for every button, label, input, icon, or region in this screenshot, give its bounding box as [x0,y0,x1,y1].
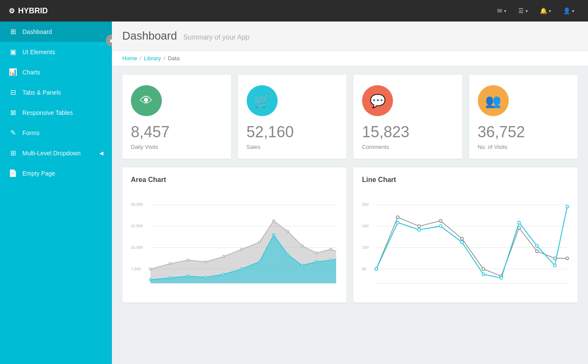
ui-elements-icon: ▣ [9,48,17,56]
sidebar-item-charts[interactable]: 📊 Charts [0,62,112,82]
gear-icon: ⚙ [9,7,15,15]
sidebar-item-multi-level[interactable]: ⊞ Multi-Level Dropdown ◀ [0,143,112,163]
svg-text:150: 150 [362,224,368,228]
sidebar-item-forms-label: Forms [22,130,40,136]
svg-point-26 [205,276,207,278]
svg-point-54 [566,257,569,260]
svg-point-14 [223,256,225,258]
mail-icon: ✉ [497,7,502,14]
forms-icon: ✎ [9,129,17,137]
mail-button[interactable]: ✉ ▾ [492,4,511,18]
svg-point-45 [396,216,399,219]
svg-point-29 [258,261,260,263]
sales-value: 52,160 [247,123,338,141]
line-chart-area: 200 150 100 50 [362,191,569,294]
breadcrumb-sep-1: / [140,55,142,62]
stat-card-sales: 🛒 52,160 Sales [238,75,347,159]
sidebar-item-tabs-panels[interactable]: ⊟ Tabs & Panels [0,82,112,102]
svg-point-62 [518,221,521,224]
dashboard-icon: ⊞ [9,28,17,36]
sidebar-item-multi-level-label: Multi-Level Dropdown [22,150,80,157]
no-of-visits-value: 36,752 [478,123,569,141]
svg-point-64 [554,264,557,267]
empty-page-icon: 📄 [9,169,17,177]
svg-text:22,500: 22,500 [131,224,143,228]
mail-caret: ▾ [504,9,506,13]
svg-point-61 [500,277,503,280]
svg-point-33 [316,261,318,263]
stat-card-no-of-visits: 👥 36,752 No. of Visits [469,75,578,159]
svg-point-25 [187,275,189,277]
svg-text:100: 100 [362,245,368,250]
svg-point-17 [272,220,275,222]
multi-level-icon: ⊞ [9,149,17,157]
multi-level-arrow: ◀ [99,150,103,156]
svg-point-60 [482,273,485,276]
svg-point-27 [223,273,225,275]
breadcrumb-home[interactable]: Home [122,55,137,62]
cart-icon: 🛒 [254,93,270,108]
sidebar-item-responsive-tables-label: Responsive Tables [22,109,73,116]
svg-point-47 [439,219,442,222]
stat-card-comments: 💬 15,823 Comments [353,75,462,159]
sales-label: Sales [247,144,338,150]
svg-text:200: 200 [362,202,368,207]
comments-value: 15,823 [362,123,454,141]
sidebar-item-responsive-tables[interactable]: ⊠ Responsive Tables [0,102,112,123]
main-wrapper: ▶ ⊞ Dashboard ▣ UI Elements 📊 Charts ⊟ T… [0,22,588,364]
sidebar-item-tabs-panels-label: Tabs & Panels [22,89,61,96]
content-area: Dashboard Summary of your App Home / Lib… [112,22,588,364]
svg-point-11 [169,262,171,265]
svg-point-46 [418,225,421,228]
svg-point-12 [187,259,189,261]
tabs-icon: ⊟ [9,88,17,96]
svg-point-56 [396,221,399,224]
breadcrumb-library[interactable]: Library [144,55,161,62]
svg-point-52 [535,250,538,253]
area-chart-svg: 30,000 22,500 15,000 7,500 [131,191,338,294]
page-title: Dashboard [122,29,177,42]
svg-text:15,000: 15,000 [131,245,143,250]
sidebar-item-dashboard[interactable]: ⊞ Dashboard [0,22,112,42]
area-chart-title: Area Chart [131,176,338,184]
area-chart-area: 30,000 22,500 15,000 7,500 [131,191,338,294]
line-chart-svg: 200 150 100 50 [362,191,569,294]
comments-label: Comments [362,144,454,150]
line-chart-card: Line Chart 200 150 100 50 [353,167,578,302]
no-of-visits-icon-circle: 👥 [478,85,509,116]
svg-point-10 [149,268,152,270]
breadcrumb-current: Data [168,55,179,62]
sidebar-item-forms[interactable]: ✎ Forms [0,123,112,143]
svg-text:50: 50 [362,267,366,271]
tables-icon: ⊠ [9,108,17,117]
bell-button[interactable]: 🔔 ▾ [535,4,556,18]
sidebar-item-dashboard-label: Dashboard [22,28,52,35]
svg-point-32 [301,264,303,266]
page-subtitle: Summary of your App [183,34,250,41]
topbar-actions: ✉ ▾ ☰ ▾ 🔔 ▾ 👤 ▾ [492,4,579,18]
list-icon: ☰ [518,7,524,14]
sidebar-item-ui-elements[interactable]: ▣ UI Elements [0,42,112,62]
stats-grid: 👁 8,457 Daily Visits 🛒 52,160 Sales 💬 15… [112,66,588,167]
no-of-visits-label: No. of Visits [478,144,569,150]
bell-icon: 🔔 [540,7,547,14]
svg-point-31 [287,254,289,256]
list-caret: ▾ [526,9,528,13]
list-button[interactable]: ☰ ▾ [513,4,533,18]
svg-point-19 [301,245,303,247]
daily-visits-icon-circle: 👁 [131,85,162,116]
svg-point-20 [316,252,318,254]
svg-point-13 [205,261,207,263]
daily-visits-label: Daily Visits [131,144,223,150]
topbar: ⚙ HYBRID ✉ ▾ ☰ ▾ 🔔 ▾ 👤 ▾ [0,0,588,22]
eye-icon: 👁 [140,93,153,108]
sidebar-item-empty-page[interactable]: 📄 Empty Page [0,163,112,183]
svg-point-59 [461,241,464,244]
breadcrumb-sep-2: / [164,55,165,62]
svg-text:7,500: 7,500 [131,267,141,271]
user-button[interactable]: 👤 ▾ [558,4,579,18]
svg-point-49 [482,268,485,271]
svg-text:30,000: 30,000 [131,202,143,207]
comment-icon: 💬 [370,93,386,108]
sidebar-item-empty-page-label: Empty Page [22,170,55,177]
